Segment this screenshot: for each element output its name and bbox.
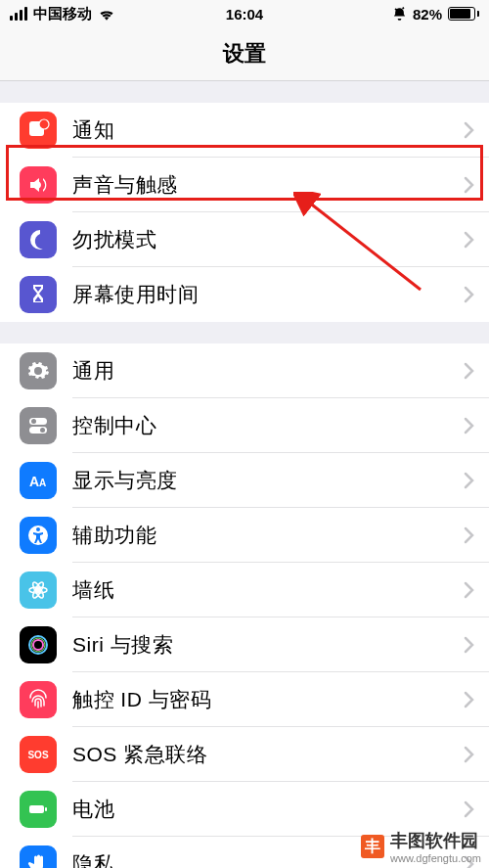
row-control-center[interactable]: 控制中心 xyxy=(0,398,489,453)
watermark-logo: 丰 xyxy=(361,835,384,858)
row-label: 屏幕使用时间 xyxy=(72,281,464,308)
accessibility-icon xyxy=(20,517,57,554)
section-gap xyxy=(0,81,489,103)
chevron-right-icon xyxy=(464,417,475,434)
row-label: 控制中心 xyxy=(72,412,464,439)
chevron-right-icon xyxy=(464,176,475,194)
status-bar: 中国移动 16:04 82% xyxy=(0,0,489,27)
row-dnd[interactable]: 勿扰模式 xyxy=(0,212,489,267)
chevron-right-icon xyxy=(464,121,475,139)
page-title: 设置 xyxy=(223,39,266,69)
svg-text:A: A xyxy=(39,478,46,488)
chevron-right-icon xyxy=(464,636,475,654)
row-label: SOS 紧急联络 xyxy=(72,741,464,768)
chevron-right-icon xyxy=(464,286,475,303)
notification-badge-icon xyxy=(20,112,57,149)
svg-rect-19 xyxy=(45,807,47,811)
hourglass-icon xyxy=(20,276,57,313)
chevron-right-icon xyxy=(464,362,475,380)
chevron-right-icon xyxy=(464,231,475,249)
svg-text:SOS: SOS xyxy=(27,750,48,760)
speaker-icon xyxy=(20,166,57,204)
flower-icon xyxy=(20,571,57,609)
status-left: 中国移动 xyxy=(10,5,115,23)
row-touchid[interactable]: 触控 ID 与密码 xyxy=(0,672,489,727)
row-general[interactable]: 通用 xyxy=(0,343,489,398)
row-label: 显示与亮度 xyxy=(72,467,464,494)
status-right: 82% xyxy=(392,6,479,23)
chevron-right-icon xyxy=(464,581,475,599)
alarm-icon xyxy=(392,7,407,22)
chevron-right-icon xyxy=(464,800,475,818)
svg-point-5 xyxy=(40,428,45,433)
row-label: 通用 xyxy=(72,357,464,385)
row-label: 勿扰模式 xyxy=(72,226,464,253)
settings-group-2: 通用 控制中心 AA 显示与亮度 辅助功能 xyxy=(0,343,489,868)
row-screentime[interactable]: 屏幕使用时间 xyxy=(0,267,489,322)
chevron-right-icon xyxy=(464,526,475,544)
gear-icon xyxy=(20,352,57,389)
row-sounds[interactable]: 声音与触感 xyxy=(0,158,489,212)
svg-text:A: A xyxy=(29,474,39,489)
switches-icon xyxy=(20,407,57,444)
carrier-label: 中国移动 xyxy=(33,5,92,23)
row-accessibility[interactable]: 辅助功能 xyxy=(0,508,489,563)
row-label: 声音与触感 xyxy=(72,171,464,199)
chevron-right-icon xyxy=(464,746,475,763)
row-wallpaper[interactable]: 墙纸 xyxy=(0,563,489,617)
battery-icon xyxy=(20,791,57,828)
row-label: 通知 xyxy=(72,116,464,144)
chevron-right-icon xyxy=(464,691,475,708)
fingerprint-icon xyxy=(20,681,57,718)
svg-point-14 xyxy=(29,636,47,654)
battery-percent: 82% xyxy=(413,6,442,23)
settings-group-1: 通知 声音与触感 勿扰模式 屏幕使用时间 xyxy=(0,103,489,322)
svg-point-9 xyxy=(36,527,40,531)
row-label: 触控 ID 与密码 xyxy=(72,686,464,713)
svg-point-15 xyxy=(33,640,43,650)
watermark: 丰 丰图软件园 www.dgfengtu.com xyxy=(361,829,481,864)
watermark-url: www.dgfengtu.com xyxy=(390,852,481,864)
section-gap xyxy=(0,322,489,343)
svg-point-1 xyxy=(39,119,49,129)
status-time: 16:04 xyxy=(226,6,263,23)
row-siri[interactable]: Siri 与搜索 xyxy=(0,617,489,672)
hand-icon xyxy=(20,845,57,868)
row-label: 电池 xyxy=(72,796,464,823)
row-label: 墙纸 xyxy=(72,576,464,604)
aa-icon: AA xyxy=(20,462,57,499)
row-label: 辅助功能 xyxy=(72,522,464,549)
svg-point-3 xyxy=(31,419,36,424)
nav-bar: 设置 xyxy=(0,27,489,81)
signal-icon xyxy=(10,7,27,21)
sos-icon: SOS xyxy=(20,736,57,773)
moon-icon xyxy=(20,221,57,258)
chevron-right-icon xyxy=(464,472,475,489)
row-notifications[interactable]: 通知 xyxy=(0,103,489,158)
row-sos[interactable]: SOS SOS 紧急联络 xyxy=(0,727,489,782)
svg-rect-18 xyxy=(29,805,44,813)
row-label: Siri 与搜索 xyxy=(72,631,464,659)
wifi-icon xyxy=(98,7,115,21)
watermark-text: 丰图软件园 xyxy=(390,829,481,852)
battery-icon xyxy=(448,7,479,21)
row-display[interactable]: AA 显示与亮度 xyxy=(0,453,489,508)
siri-icon xyxy=(20,626,57,663)
